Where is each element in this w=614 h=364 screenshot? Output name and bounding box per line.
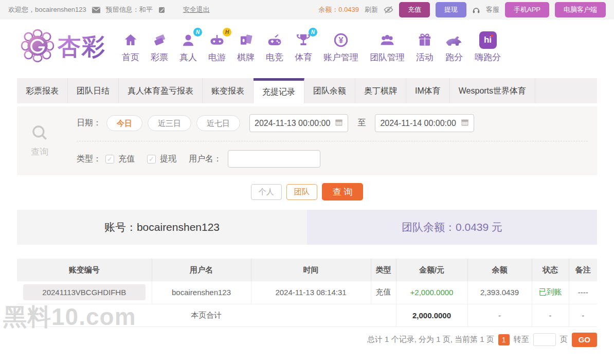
gamepad-icon: H: [209, 30, 225, 50]
col-header-balance: 余额: [467, 259, 532, 281]
col-header-change-id: 账变编号: [17, 259, 152, 281]
tab-wesports[interactable]: Wesports世界体育: [450, 78, 535, 103]
rhino-icon: [445, 30, 463, 50]
logout-link[interactable]: 安全退出: [183, 5, 210, 14]
refresh-link[interactable]: 刷新: [365, 5, 378, 14]
col-header-username: 用户名: [152, 259, 251, 281]
nav-item-paofen[interactable]: 跑分: [439, 30, 469, 63]
type-recharge-label: 充值: [118, 154, 135, 165]
summary-status: -: [532, 304, 569, 326]
live-person-icon: N: [180, 30, 196, 50]
trophy-icon: N: [296, 30, 311, 50]
page-suffix-label: 页: [560, 335, 568, 344]
type-label: 类型：: [77, 154, 101, 165]
pc-client-button[interactable]: 电脑客户端: [555, 2, 606, 17]
col-header-type: 类型: [371, 259, 396, 281]
col-header-status: 状态: [532, 259, 569, 281]
brand-text: 杏彩: [58, 31, 106, 62]
tab-team-balance[interactable]: 团队余额: [304, 78, 355, 103]
hi-app-icon: hi: [479, 30, 497, 50]
filter-date-row: 日期： 今日 近三日 近七日 2024-11-13 00:00:00 至 202…: [77, 114, 588, 141]
summary-row: 本页合计 2,000.0000 - - -: [17, 304, 597, 326]
nav-item-hipaofen[interactable]: hi 嗨跑分: [469, 30, 507, 63]
nav-item-esports[interactable]: 电竞: [260, 30, 289, 63]
summary-amount: 2,000.0000: [396, 304, 467, 326]
quick-date-7days[interactable]: 近七日: [196, 115, 240, 131]
quick-date-today[interactable]: 今日: [106, 115, 142, 131]
recharge-button[interactable]: 充值: [399, 2, 430, 17]
personal-button[interactable]: 个人: [251, 184, 282, 200]
date-to-input[interactable]: 2024-11-14 00:00:00: [375, 114, 474, 132]
cell-balance: 2,393.0439: [467, 281, 532, 304]
tab-im-sports[interactable]: IM体育: [406, 78, 450, 103]
current-page-button[interactable]: 1: [498, 334, 510, 345]
team-icon: [379, 30, 395, 50]
filter-fields: 日期： 今日 近三日 近七日 2024-11-13 00:00:00 至 202…: [62, 106, 597, 175]
svg-text:¥: ¥: [338, 35, 343, 45]
query-button[interactable]: 查 询: [322, 183, 364, 201]
calendar-icon: [461, 118, 469, 129]
cell-type: 充值: [371, 281, 396, 304]
date-label: 日期：: [77, 118, 101, 129]
tab-lottery-report[interactable]: 彩票报表: [17, 78, 68, 103]
nav-item-home[interactable]: 首页: [116, 30, 145, 63]
date-to-separator: 至: [357, 118, 366, 129]
nav-item-chess[interactable]: 棋牌: [231, 30, 260, 63]
date-from-input[interactable]: 2024-11-13 00:00:00: [249, 114, 348, 132]
quick-date-3days[interactable]: 近三日: [148, 115, 191, 131]
username-label: 用户名：: [189, 154, 222, 165]
tab-odin-chess[interactable]: 奥丁棋牌: [355, 78, 406, 103]
cell-amount: +2,000.0000: [396, 281, 467, 304]
type-recharge-checkbox[interactable]: ✓: [105, 155, 114, 163]
mail-icon[interactable]: [92, 7, 100, 13]
filter-panel-label: 查询: [31, 146, 48, 158]
tab-deposit-withdraw-records[interactable]: 充提记录: [254, 78, 304, 103]
type-withdraw-checkbox[interactable]: ✓: [147, 155, 156, 163]
mobile-app-button[interactable]: 手机APP: [505, 2, 549, 17]
summary-balance: -: [467, 304, 532, 326]
username-input[interactable]: [228, 150, 320, 168]
nav-item-sports[interactable]: N 体育: [289, 30, 318, 63]
pagination: 总计 1 个记录, 分为 1 页, 当前第 1 页 1 转至 页 GO: [17, 333, 597, 347]
team-balance: 团队余额：0.0439 元: [307, 210, 597, 245]
site-header: 杏彩 首页 彩票 N 真人 H 电游: [0, 20, 614, 74]
badge-h: H: [223, 28, 231, 37]
tab-team-daily[interactable]: 团队日结: [68, 78, 119, 103]
tab-bar: 彩票报表 团队日结 真人体育盈亏报表 账变报表 充提记录 团队余额 奥丁棋牌 I…: [17, 78, 597, 103]
col-header-amount: 金额/元: [396, 259, 467, 281]
home-icon: [123, 30, 138, 50]
nav-item-lottery[interactable]: 彩票: [145, 30, 174, 63]
main-nav: 首页 彩票 N 真人 H 电游 棋牌: [116, 30, 507, 63]
reserved-info-text: 预留信息：和平: [106, 5, 153, 14]
eye-off-icon[interactable]: [384, 6, 393, 14]
cards-icon: [238, 30, 254, 50]
team-button[interactable]: 团队: [286, 184, 317, 200]
cell-status: 已到账: [532, 281, 569, 304]
topbar-left: 欢迎您，bocairenshen123 预留信息：和平 安全退出: [8, 5, 210, 14]
balance-text: 余额：0.0439: [318, 5, 359, 14]
edit-icon[interactable]: [158, 7, 165, 13]
cell-change-id: 20241113VBCGHDIFHB: [17, 281, 152, 304]
account-strip: 账号：bocairenshen123 团队余额：0.0439 元: [17, 210, 597, 245]
site-logo[interactable]: 杏彩: [21, 29, 106, 65]
table-header-row: 账变编号 用户名 时间 类型 金额/元 余额 状态 备注: [17, 259, 597, 281]
tab-account-change[interactable]: 账变报表: [203, 78, 254, 103]
go-button[interactable]: GO: [572, 333, 597, 347]
gift-icon: [417, 30, 432, 50]
cell-note: ----: [569, 281, 597, 304]
calendar-icon: [335, 118, 343, 129]
goto-page-input[interactable]: [533, 333, 556, 346]
summary-note: -: [569, 304, 597, 326]
coin-icon: ¥: [333, 30, 349, 50]
nav-item-account[interactable]: ¥ 账户管理: [318, 30, 364, 63]
nav-item-live[interactable]: N 真人: [174, 30, 203, 63]
tab-live-sports-pnl[interactable]: 真人体育盈亏报表: [119, 78, 203, 103]
ticket-icon: [152, 30, 167, 50]
badge-n: N: [309, 28, 317, 37]
withdraw-button[interactable]: 提现: [436, 2, 466, 17]
pagination-info: 总计 1 个记录, 分为 1 页, 当前第 1 页: [367, 335, 494, 344]
nav-item-team[interactable]: 团队管理: [364, 30, 410, 63]
nav-item-activity[interactable]: 活动: [410, 30, 439, 63]
service-link[interactable]: 客服: [486, 5, 499, 14]
nav-item-egames[interactable]: H 电游: [203, 30, 231, 63]
